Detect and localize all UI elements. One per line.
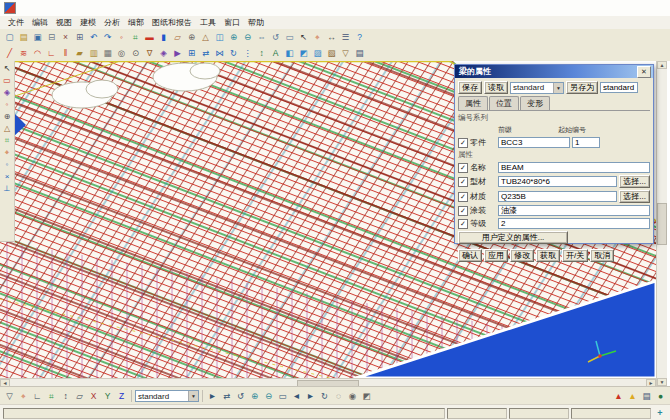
select-all-icon[interactable]: ↖ (1, 63, 13, 74)
properties-icon[interactable]: ☰ (339, 31, 352, 43)
grid-icon[interactable]: ⌗ (129, 31, 142, 43)
profile-combo[interactable]: standard (510, 82, 564, 94)
render-icon[interactable]: ◩ (297, 47, 310, 59)
menu-item[interactable]: 窗口 (220, 16, 244, 29)
move-object-icon[interactable]: ⇄ (199, 47, 212, 59)
dialog-tab[interactable]: 属性 (458, 96, 488, 110)
create-point-icon[interactable]: ◦ (115, 31, 128, 43)
dialog-footer-button[interactable]: 开/关 (562, 249, 588, 262)
fit-view-icon[interactable]: ▭ (283, 31, 296, 43)
component-catalog-icon[interactable]: ◈ (157, 47, 170, 59)
select-welds-icon[interactable]: △ (1, 123, 13, 134)
zoom-in-icon[interactable]: ⊕ (227, 31, 240, 43)
z-lock-icon[interactable]: Z (115, 390, 128, 402)
next-view-icon[interactable]: ► (304, 390, 317, 402)
rotate-view-icon[interactable]: ↺ (269, 31, 282, 43)
numbering-checkbox[interactable] (458, 138, 468, 148)
pan-icon[interactable]: ⇔ (255, 31, 268, 43)
weld-symbol-icon[interactable]: ∇ (143, 47, 156, 59)
snap-midpoint-icon[interactable]: ◦ (1, 159, 13, 170)
field-input[interactable] (498, 191, 617, 202)
create-slab-icon[interactable]: ▰ (73, 47, 86, 59)
depth-icon[interactable]: ↕ (59, 390, 72, 402)
redraw-icon[interactable]: ↻ (318, 390, 331, 402)
menu-item[interactable]: 文件 (4, 16, 28, 29)
rotate-view-icon[interactable]: ↺ (234, 390, 247, 402)
select-points-icon[interactable]: ◦ (1, 99, 13, 110)
phase-icon[interactable]: ▧ (325, 47, 338, 59)
create-weld-icon[interactable]: △ (199, 31, 212, 43)
zoom-in-icon[interactable]: ⊕ (248, 390, 261, 402)
status-dot-icon[interactable]: ● (654, 390, 667, 402)
cut-icon[interactable]: × (59, 31, 72, 43)
help-icon[interactable]: ? (353, 31, 366, 43)
select-button[interactable]: 选择... (619, 175, 650, 188)
select-components-icon[interactable]: ◈ (1, 87, 13, 98)
previous-view-icon[interactable]: ◄ (290, 390, 303, 402)
dialog-footer-button[interactable]: 获取 (536, 249, 560, 262)
scroll-up-icon[interactable]: ▲ (657, 61, 667, 69)
menu-item[interactable]: 分析 (100, 16, 124, 29)
ortho-icon[interactable]: ∟ (31, 390, 44, 402)
select-bolts-icon[interactable]: ⊕ (1, 111, 13, 122)
grid-snap-icon[interactable]: ⌗ (45, 390, 58, 402)
array-icon[interactable]: ⋮ (241, 47, 254, 59)
numbering-prefix-input[interactable] (498, 137, 570, 148)
scroll-left-icon[interactable]: ◄ (0, 379, 10, 386)
new-file-icon[interactable]: ▢ (3, 31, 16, 43)
copy-object-icon[interactable]: ⊞ (185, 47, 198, 59)
menu-item[interactable]: 建模 (76, 16, 100, 29)
snap-settings-icon[interactable]: ⌖ (17, 390, 30, 402)
redo-icon[interactable]: ↷ (101, 31, 114, 43)
close-icon[interactable] (637, 66, 651, 78)
save-icon[interactable]: ▣ (31, 31, 44, 43)
scroll-down-icon[interactable]: ▼ (657, 378, 667, 386)
section-view-icon[interactable]: ◧ (283, 47, 296, 59)
mirror-icon[interactable]: ⋈ (213, 47, 226, 59)
save-as-button[interactable]: 另存为 (566, 81, 598, 94)
select-arrow-icon[interactable]: ↖ (297, 31, 310, 43)
show-icon[interactable]: ◉ (346, 390, 359, 402)
walk-icon[interactable]: ⇄ (220, 390, 233, 402)
fly-icon[interactable]: ► (206, 390, 219, 402)
print-icon[interactable]: ⊟ (45, 31, 58, 43)
zoom-out-icon[interactable]: ⊖ (262, 390, 275, 402)
save-as-input[interactable] (600, 82, 638, 93)
user-defined-attributes-button[interactable]: 用户定义的属性... (458, 231, 568, 244)
dialog-footer-button[interactable]: 应用 (484, 249, 508, 262)
select-grids-icon[interactable]: ⌗ (1, 135, 13, 146)
create-bolt-icon[interactable]: ⊕ (185, 31, 198, 43)
plane-icon[interactable]: ▱ (73, 390, 86, 402)
field-checkbox[interactable] (458, 206, 468, 216)
menu-item[interactable]: 工具 (196, 16, 220, 29)
create-beam-icon[interactable]: ▬ (143, 31, 156, 43)
horizontal-scrollbar[interactable]: ◄ ► (0, 378, 656, 386)
numbering-start-input[interactable] (572, 137, 600, 148)
select-parts-icon[interactable]: ▭ (1, 75, 13, 86)
dimension-icon[interactable]: ↕ (255, 47, 268, 59)
vertical-scrollbar[interactable]: ▲ ▼ (656, 61, 667, 386)
filter-icon[interactable]: ▽ (339, 47, 352, 59)
menu-item[interactable]: 编辑 (28, 16, 52, 29)
field-input[interactable] (498, 205, 650, 216)
select-button[interactable]: 选择... (619, 190, 650, 203)
menu-item[interactable]: 帮助 (244, 16, 268, 29)
save-button[interactable]: 保存 (458, 81, 482, 94)
field-checkbox[interactable] (458, 177, 468, 187)
dialog-titlebar[interactable]: 梁的属性 (455, 65, 653, 78)
clip-plane-icon[interactable]: ▨ (311, 47, 324, 59)
field-checkbox[interactable] (458, 192, 468, 202)
undo-icon[interactable]: ↶ (87, 31, 100, 43)
message-log-icon[interactable]: ▤ (640, 390, 653, 402)
select-filter-icon[interactable]: ▽ (3, 390, 16, 402)
rotate-object-icon[interactable]: ↻ (227, 47, 240, 59)
copy-icon[interactable]: ⊞ (73, 31, 86, 43)
create-footing-icon[interactable]: ▦ (101, 47, 114, 59)
bolt-array-icon[interactable]: ⊙ (129, 47, 142, 59)
dialog-footer-button[interactable]: 取消 (590, 249, 614, 262)
view-properties-combo[interactable]: standard (135, 390, 199, 402)
menu-item[interactable]: 图纸和报告 (148, 16, 196, 29)
field-input[interactable] (498, 162, 650, 173)
field-input[interactable] (498, 176, 617, 187)
create-panel-icon[interactable]: ▥ (87, 47, 100, 59)
